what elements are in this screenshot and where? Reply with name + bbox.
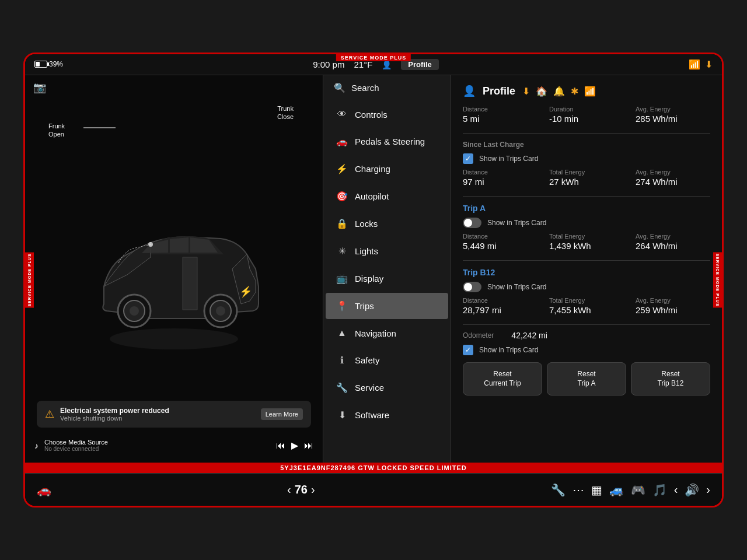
since-stat-total-energy: Total Energy 27 kWh — [549, 169, 624, 187]
volume-icon[interactable]: 🔊 — [685, 483, 699, 497]
navigation-icon: ▲ — [336, 328, 348, 338]
media-prev-button[interactable]: ⏮ — [276, 440, 285, 451]
svg-point-1 — [110, 328, 238, 349]
since-last-charge-heading: Since Last Charge — [463, 141, 710, 149]
nav-display[interactable]: 📺 Display — [326, 265, 448, 292]
profile-header: 👤 Profile ⬇ 🏠 🔔 ✱ 📶 — [463, 85, 710, 97]
music-icon: ♪ — [34, 441, 39, 450]
car-icon-bottom[interactable]: 🚙 — [609, 483, 624, 497]
home-icon: 🏠 — [536, 86, 547, 97]
nav-next-button[interactable]: › — [311, 483, 315, 496]
nav-locks[interactable]: 🔒 Locks — [326, 211, 448, 237]
dots-icon[interactable]: ⋯ — [573, 483, 584, 497]
distance-value: 5 mi — [463, 114, 537, 124]
current-trip-stats: Distance 5 mi Duration -10 min Avg. Ener… — [463, 106, 710, 124]
media-play-button[interactable]: ▶ — [291, 440, 298, 451]
apps-icon[interactable]: ▦ — [591, 483, 602, 497]
alert-title: Electrical system power reduced — [60, 407, 255, 415]
music-bottom-icon[interactable]: 🎵 — [652, 483, 667, 497]
nav-autopilot[interactable]: 🎯 Autopilot — [326, 183, 448, 209]
trip-a-total-energy-value: 1,439 kWh — [549, 241, 624, 251]
car-svg: ⚡ — [75, 187, 273, 362]
trip-b12-avg-energy-label: Avg. Energy — [636, 297, 710, 304]
charging-icon: ⚡ — [336, 163, 348, 174]
reset-current-trip-button[interactable]: ResetCurrent Trip — [463, 362, 542, 396]
nav-software[interactable]: ⬇ Software — [326, 402, 448, 428]
trip-a-stat-distance: Distance 5,449 mi — [463, 233, 537, 251]
software-icon: ⬇ — [336, 410, 348, 421]
service-mode-left-label: SERVICE MODE PLUS — [25, 252, 34, 307]
lights-label: Lights — [355, 246, 378, 256]
nav-trips[interactable]: 📍 Trips — [326, 293, 448, 319]
chevron-right-icon[interactable]: › — [706, 483, 710, 496]
trip-a-toggle-label: Show in Trips Card — [487, 219, 546, 227]
main-content: 📷 Frunk Open Trunk Close — [25, 75, 722, 463]
trip-a-heading: Trip A — [463, 204, 710, 213]
software-label: Software — [355, 410, 389, 420]
trip-a-toggle[interactable] — [463, 218, 481, 228]
profile-header-icons: ⬇ 🏠 🔔 ✱ 📶 — [522, 86, 596, 97]
reset-buttons: ResetCurrent Trip ResetTrip A ResetTrip … — [463, 362, 710, 396]
nav-prev-button[interactable]: ‹ — [287, 483, 291, 496]
since-stat-avg-energy: Avg. Energy 274 Wh/mi — [636, 169, 710, 187]
trip-b12-toggle-label: Show in Trips Card — [487, 283, 546, 291]
trips-label: Trips — [355, 301, 374, 311]
since-total-energy-label: Total Energy — [549, 169, 624, 176]
locks-icon: 🔒 — [336, 218, 348, 229]
avg-energy-value: 285 Wh/mi — [636, 114, 710, 124]
nav-lights[interactable]: ✳ Lights — [326, 238, 448, 264]
screen: SERVICE MODE PLUS SERVICE MODE PLUS SERV… — [23, 52, 724, 508]
alert-subtitle: Vehicle shutting down — [60, 415, 255, 422]
odometer-value: 42,242 mi — [511, 331, 547, 340]
nav-service[interactable]: 🔧 Service — [326, 374, 448, 401]
warning-icon: ⚠ — [45, 408, 54, 421]
download-icon: ⬇ — [705, 59, 713, 70]
trip-b12-stats: Distance 28,797 mi Total Energy 7,455 kW… — [463, 297, 710, 315]
pedals-icon: 🚗 — [336, 136, 348, 147]
odometer-toggle-label: Show in Trips Card — [479, 346, 538, 354]
service-label: Service — [355, 383, 384, 393]
signal-icon: 📶 — [584, 86, 596, 97]
service-mode-right-label: SERVICE MODE PLUS — [713, 252, 722, 307]
nav-navigation[interactable]: ▲ Navigation — [326, 320, 448, 346]
battery-percent: 39% — [49, 60, 63, 68]
nav-panel: 🔍 Search 👁 Controls 🚗 Pedals & Steering … — [323, 75, 451, 463]
media-next-button[interactable]: ⏭ — [304, 440, 313, 451]
since-stats: Distance 97 mi Total Energy 27 kWh Avg. … — [463, 169, 710, 187]
stat-duration: Duration -10 min — [549, 106, 624, 124]
odometer-toggle-row: ✓ Show in Trips Card — [463, 345, 710, 355]
trip-b12-total-energy-value: 7,455 kWh — [549, 305, 624, 315]
safety-label: Safety — [355, 355, 380, 365]
chevron-left-icon[interactable]: ‹ — [674, 483, 678, 496]
media-source-title: Choose Media Source — [44, 439, 270, 446]
search-nav-icon: 🔍 — [334, 82, 345, 93]
display-label: Display — [355, 274, 383, 284]
since-checkbox[interactable]: ✓ — [463, 153, 473, 164]
trip-a-distance-value: 5,449 mi — [463, 241, 537, 251]
reset-trip-b12-button[interactable]: ResetTrip B12 — [631, 362, 710, 396]
nav-pedals[interactable]: 🚗 Pedals & Steering — [326, 128, 448, 155]
odometer-checkbox[interactable]: ✓ — [463, 345, 473, 355]
page-number: 76 — [295, 483, 308, 496]
game-icon[interactable]: 🎮 — [631, 483, 645, 497]
since-distance-value: 97 mi — [463, 177, 537, 187]
trunk-label: Trunk Close — [277, 104, 294, 121]
svg-text:⚡: ⚡ — [239, 285, 253, 298]
display-icon: 📺 — [336, 273, 348, 284]
trip-b12-toggle-row: Show in Trips Card — [463, 282, 710, 292]
profile-person-icon: 👤 — [463, 85, 476, 97]
divider-3 — [463, 260, 710, 261]
lights-icon: ✳ — [336, 246, 348, 257]
trip-b12-toggle[interactable] — [463, 282, 481, 292]
learn-more-button[interactable]: Learn More — [261, 408, 303, 420]
profile-title: Profile — [483, 85, 515, 97]
controls-icon: 👁 — [336, 109, 348, 120]
search-item[interactable]: 🔍 Search — [323, 75, 451, 100]
divider-4 — [463, 324, 710, 325]
nav-charging[interactable]: ⚡ Charging — [326, 156, 448, 182]
nav-safety[interactable]: ℹ Safety — [326, 347, 448, 373]
reset-trip-a-button[interactable]: ResetTrip A — [547, 362, 626, 396]
nav-controls[interactable]: 👁 Controls — [326, 102, 448, 127]
trip-b12-distance-label: Distance — [463, 297, 537, 304]
trip-a-stat-avg-energy: Avg. Energy 264 Wh/mi — [636, 233, 710, 251]
